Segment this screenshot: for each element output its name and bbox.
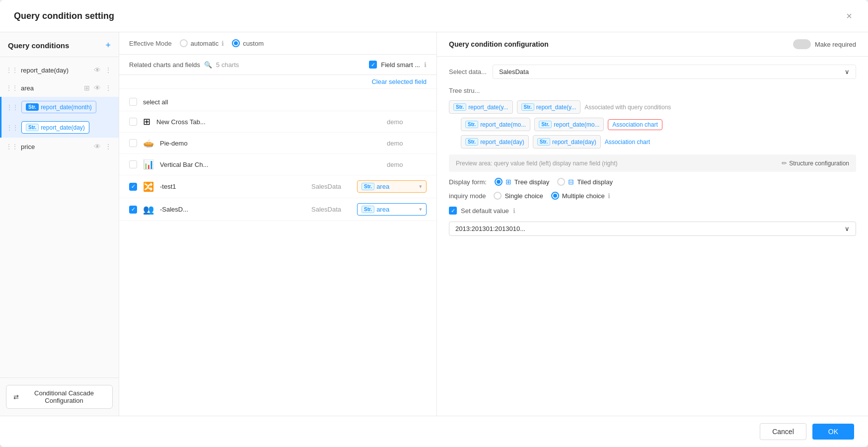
bar-checkbox[interactable]: [129, 160, 137, 168]
tree-cell-2-2[interactable]: Str. report_date(mo...: [534, 118, 604, 131]
association-chart-link[interactable]: Association chart: [605, 139, 650, 146]
selected-field-day[interactable]: Str. report_date(day): [21, 121, 89, 134]
data-source-select[interactable]: SalesData ∨: [493, 65, 856, 79]
cascade-config-button[interactable]: ⇄ Conditional Cascade Configuration: [6, 385, 113, 409]
filter-left: Related charts and fields 🔍 5 charts: [129, 61, 239, 69]
mode-radio-group: automatic ℹ custom: [180, 39, 264, 47]
dialog-body: Query conditions + ⋮⋮ report_date(day) 👁…: [0, 32, 868, 416]
tree-cell-1-1[interactable]: Str. report_date(y...: [449, 100, 513, 114]
tree-stru-label: Tree stru...: [449, 87, 856, 94]
field-smart-checkbox[interactable]: ✓: [369, 61, 377, 69]
test1-checkbox[interactable]: ✓: [129, 183, 137, 191]
chevron-down-icon: ∨: [845, 225, 850, 232]
dialog-title: Query condition setting: [14, 11, 114, 21]
eye-icon[interactable]: 👁: [93, 142, 102, 151]
cancel-button[interactable]: Cancel: [760, 423, 806, 440]
bar-icon: 📊: [143, 159, 154, 170]
add-condition-button[interactable]: +: [105, 40, 111, 51]
chevron-down-icon: ∨: [845, 68, 850, 75]
right-panel: Query condition configuration Make requi…: [437, 32, 868, 416]
pie-icon: 🥧: [143, 138, 154, 149]
related-charts-label: Related charts and fields: [129, 61, 200, 69]
conditions-list: ⋮⋮ report_date(day) 👁 ⋮ ⋮⋮ area ⊞ 👁 ⋮: [0, 57, 119, 377]
tree-cell-1-2[interactable]: Str. report_date(y...: [517, 100, 581, 114]
charts-count: 5 charts: [216, 61, 239, 69]
chevron-down-icon: ▾: [419, 183, 422, 190]
drag-handle-icon: ⋮⋮: [6, 67, 18, 74]
custom-radio[interactable]: custom: [232, 39, 264, 47]
list-item-active[interactable]: ⋮⋮ Str. report_date(month): [0, 97, 119, 117]
select-all-checkbox[interactable]: [129, 98, 137, 106]
right-panel-content: Select data... SalesData ∨ Tree stru... …: [437, 57, 868, 416]
ok-button[interactable]: OK: [812, 424, 854, 440]
effective-mode-row: Effective Mode automatic ℹ custom: [119, 32, 436, 55]
chart-row-bar[interactable]: 📊 Vertical Bar Ch... demo: [119, 154, 436, 175]
inquiry-mode-label: inquiry mode: [449, 192, 486, 200]
mid-panel: Effective Mode automatic ℹ custom: [119, 32, 437, 416]
edit-icon: ✏: [782, 159, 787, 167]
field-smart-label: Field smart ...: [381, 61, 420, 69]
drag-handle-icon: ⋮⋮: [6, 84, 18, 91]
single-choice-radio[interactable]: Single choice: [494, 192, 543, 200]
list-item[interactable]: ⋮⋮ report_date(day) 👁 ⋮: [0, 61, 119, 79]
list-item[interactable]: ⋮⋮ price 👁 ⋮: [0, 138, 119, 155]
radio-multiple: [551, 192, 559, 200]
more-icon[interactable]: ⋮: [104, 142, 113, 151]
tree-cell-3-1[interactable]: Str. report_date(day): [461, 135, 529, 149]
close-button[interactable]: ×: [844, 9, 854, 23]
list-item-active-2[interactable]: ⋮⋮ Str. report_date(day): [0, 117, 119, 138]
set-default-label: Set default value: [461, 207, 509, 215]
make-required-row: Make required: [793, 39, 856, 49]
chart-row-salesd[interactable]: ✓ 👥 -SalesD... SalesData Str. area ▾: [119, 198, 436, 221]
salesd-field-select[interactable]: Str. area ▾: [357, 203, 427, 216]
selected-field-month[interactable]: Str. report_date(month): [21, 101, 96, 113]
tree-row-2: Str. report_date(mo... Str. report_date(…: [449, 118, 856, 131]
tree-cell-2-1[interactable]: Str. report_date(mo...: [461, 118, 530, 131]
chart-row-pie[interactable]: 🥧 Pie-demo demo: [119, 133, 436, 154]
multiple-choice-radio[interactable]: Multiple choice ℹ: [551, 192, 610, 200]
tiled-display-icon: ⊟: [568, 178, 574, 186]
test1-field-select[interactable]: Str. area ▾: [357, 180, 427, 193]
chevron-down-icon: ▾: [419, 206, 422, 213]
radio-circle-custom: [232, 39, 240, 47]
filter-right: ✓ Field smart ... ℹ: [369, 61, 427, 69]
association-chart-link-highlighted[interactable]: Association chart: [608, 119, 662, 130]
display-form-row: Display form: ⊞ Tree display ⊟ Tiled dis…: [449, 178, 856, 186]
default-value-select[interactable]: 2013:201301:2013010... ∨: [449, 222, 856, 236]
chart-row-test1[interactable]: ✓ 🔀 -test1 SalesData Str. area ▾: [119, 175, 436, 198]
tree-display-icon: ⊞: [506, 178, 511, 186]
radio-circle-automatic: [180, 39, 188, 47]
left-footer: ⇄ Conditional Cascade Configuration: [0, 377, 119, 416]
more-icon[interactable]: ⋮: [104, 83, 113, 93]
automatic-radio[interactable]: automatic ℹ: [180, 39, 224, 47]
salesd-icon: 👥: [143, 204, 154, 215]
str-tag: Str.: [362, 206, 374, 213]
chart-row-cross-tab[interactable]: ⊞ New Cross Tab... demo: [119, 111, 436, 133]
clear-selected-button[interactable]: Clear selected field: [371, 78, 427, 85]
filter-icon[interactable]: ⊞: [83, 83, 91, 93]
dialog-footer: Cancel OK: [0, 416, 868, 447]
assoc-conditions-link[interactable]: Associated with query conditions: [584, 104, 671, 111]
radio-single: [494, 192, 502, 200]
str-tag: Str.: [26, 103, 39, 111]
set-default-checkbox[interactable]: ✓: [449, 207, 457, 215]
salesd-checkbox[interactable]: ✓: [129, 206, 137, 214]
drag-handle-icon: ⋮⋮: [6, 104, 18, 111]
search-icon[interactable]: 🔍: [204, 61, 212, 69]
tree-cell-3-2[interactable]: Str. report_date(day): [533, 135, 601, 149]
eye-icon[interactable]: 👁: [93, 83, 102, 93]
tiled-display-radio[interactable]: ⊟ Tiled display: [557, 178, 613, 186]
radio-tiled: [557, 178, 565, 186]
eye-icon[interactable]: 👁: [93, 65, 102, 75]
list-item[interactable]: ⋮⋮ area ⊞ 👁 ⋮: [0, 79, 119, 97]
more-icon[interactable]: ⋮: [104, 65, 113, 75]
effective-mode-label: Effective Mode: [129, 40, 172, 47]
pie-checkbox[interactable]: [129, 139, 137, 147]
inquiry-mode-row: inquiry mode Single choice Multiple choi…: [449, 192, 856, 200]
tree-display-radio[interactable]: ⊞ Tree display: [495, 178, 549, 186]
chart-row-select-all[interactable]: select all: [119, 93, 436, 111]
structure-config-button[interactable]: ✏ Structure configuration: [782, 159, 849, 167]
make-required-toggle[interactable]: [793, 39, 811, 49]
query-condition-dialog: Query condition setting × Query conditio…: [0, 0, 868, 447]
cross-tab-checkbox[interactable]: [129, 118, 137, 126]
